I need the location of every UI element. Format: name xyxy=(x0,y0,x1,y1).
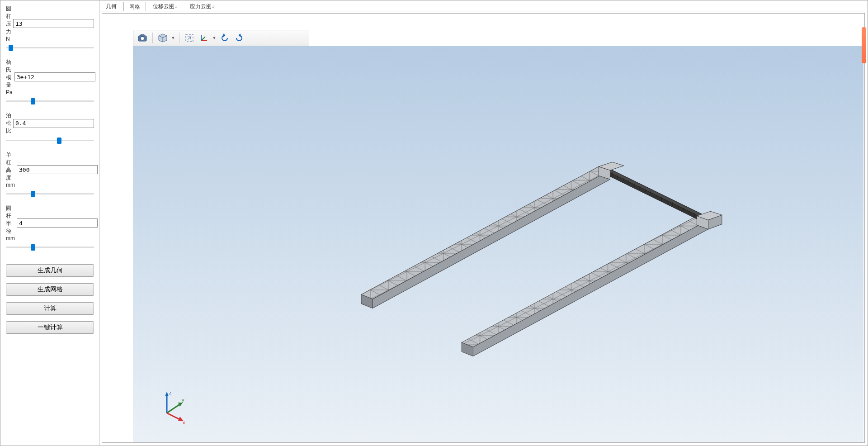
content-area: 几何 网格 位移云图↓ 应力云图↓ ▼ xyxy=(100,0,868,446)
generate-geometry-button[interactable]: 生成几何 xyxy=(6,264,94,277)
svg-marker-10 xyxy=(361,166,610,299)
axis-x-label: x xyxy=(183,420,185,424)
compute-button[interactable]: 计算 xyxy=(6,302,94,315)
camera-icon[interactable] xyxy=(136,32,149,44)
svg-point-1 xyxy=(141,37,144,40)
cube-icon[interactable] xyxy=(156,32,169,44)
poisson-slider[interactable] xyxy=(6,137,94,145)
sidebar: 圆杆压力N 杨氏模量Pa 泊松比 单杠高度mm 圆杆半径mm xyxy=(0,0,100,446)
one-click-compute-button[interactable]: 一键计算 xyxy=(6,321,94,334)
radius-slider[interactable] xyxy=(6,243,94,251)
tab-displacement[interactable]: 位移云图↓ xyxy=(147,1,183,11)
right-dock-handle[interactable] xyxy=(862,27,866,63)
youngs-input[interactable] xyxy=(14,72,95,81)
param-row-radius: 圆杆半径mm xyxy=(6,204,94,242)
generate-mesh-button[interactable]: 生成网格 xyxy=(6,283,94,296)
tab-geometry[interactable]: 几何 xyxy=(100,1,123,11)
axes-dropdown-icon[interactable]: ▼ xyxy=(212,36,217,40)
rotate-cw-icon[interactable] xyxy=(233,32,245,44)
tab-mesh[interactable]: 网格 xyxy=(123,2,146,11)
rotate-ccw-icon[interactable] xyxy=(218,32,231,44)
param-row-height: 单杠高度mm xyxy=(6,151,94,188)
poisson-input[interactable] xyxy=(13,119,94,128)
viewport-3d[interactable]: z y x xyxy=(133,46,863,442)
svg-rect-2 xyxy=(141,34,144,36)
param-label: 圆杆压力N xyxy=(6,5,11,42)
fit-view-icon[interactable] xyxy=(183,32,196,44)
param-row-poisson: 泊松比 xyxy=(6,112,94,135)
viewport-frame: ▼ ▼ xyxy=(102,13,865,443)
axis-gizmo: z y x xyxy=(156,388,192,424)
param-row-youngs: 杨氏模量Pa xyxy=(6,58,94,95)
param-label: 杨氏模量Pa xyxy=(6,58,13,95)
pressure-slider[interactable] xyxy=(6,44,94,52)
svg-line-44 xyxy=(167,413,180,420)
axes-toggle-icon[interactable] xyxy=(198,32,210,44)
cube-dropdown-icon[interactable]: ▼ xyxy=(171,36,175,40)
svg-marker-15 xyxy=(473,220,708,356)
height-input[interactable] xyxy=(17,165,98,174)
svg-line-8 xyxy=(201,37,205,41)
mesh-model xyxy=(133,46,863,442)
radius-input[interactable] xyxy=(17,218,98,228)
tab-stress[interactable]: 应力云图↓ xyxy=(184,1,220,11)
svg-line-42 xyxy=(167,404,180,413)
axis-y-label: y xyxy=(182,397,184,403)
param-label: 单杠高度mm xyxy=(6,151,15,188)
axis-z-label: z xyxy=(169,390,172,395)
pressure-input[interactable] xyxy=(13,19,94,28)
svg-marker-18 xyxy=(607,171,698,219)
param-label: 泊松比 xyxy=(6,112,11,135)
viewport-toolbar: ▼ ▼ xyxy=(133,30,309,46)
youngs-slider[interactable] xyxy=(6,97,94,105)
svg-marker-41 xyxy=(165,392,169,396)
param-row-pressure: 圆杆压力N xyxy=(6,5,94,42)
param-label: 圆杆半径mm xyxy=(6,204,15,242)
height-slider[interactable] xyxy=(6,190,94,198)
svg-marker-17 xyxy=(607,169,702,216)
tab-bar: 几何 网格 位移云图↓ 应力云图↓ xyxy=(100,1,865,11)
